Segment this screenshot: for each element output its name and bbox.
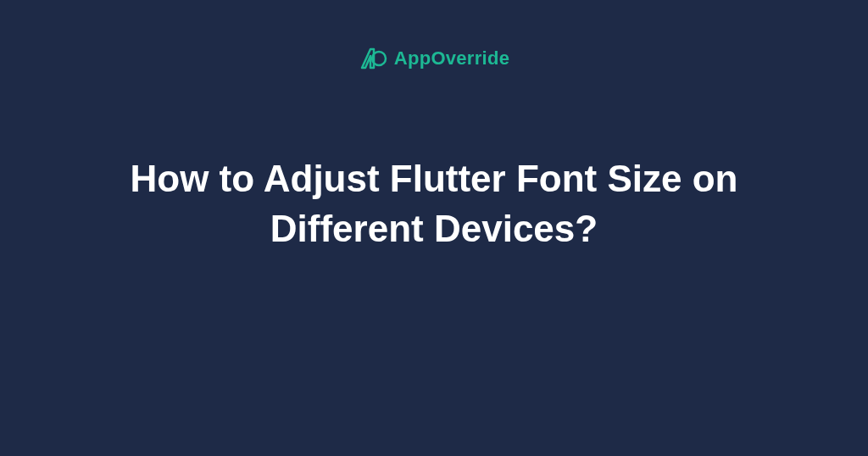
brand-name: AppOverride [394,47,510,70]
page-title: How to Adjust Flutter Font Size on Diffe… [129,153,739,254]
brand-icon [359,44,387,73]
brand-logo: AppOverride [359,44,510,73]
